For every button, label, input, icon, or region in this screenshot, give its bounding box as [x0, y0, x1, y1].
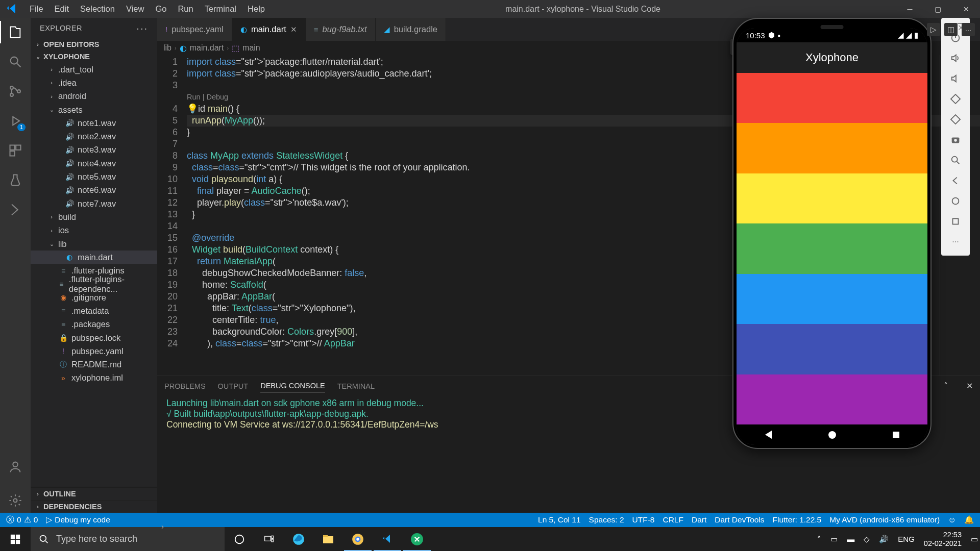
menu-help[interactable]: Help	[242, 2, 270, 16]
panel-tab-output[interactable]: OUTPUT	[218, 380, 249, 392]
editor-tab[interactable]: !pubspec.yaml	[157, 18, 232, 41]
tree-item[interactable]: ›ios	[31, 224, 157, 237]
debug-restart-icon[interactable]: ↺	[846, 41, 857, 53]
window-minimize-button[interactable]: ─	[896, 0, 924, 18]
start-button[interactable]	[0, 527, 31, 551]
status-errors[interactable]: ⓧ 0 ⚠ 0	[6, 515, 38, 525]
status-device[interactable]: My AVD (android-x86 emulator)	[829, 515, 940, 524]
task-cortana-icon[interactable]	[225, 527, 254, 551]
tree-item[interactable]: ≡.flutter-plugins-dependenc...	[31, 278, 157, 291]
emulator-rotate-right-icon[interactable]	[949, 113, 962, 126]
tree-item[interactable]: 🔊note1.wav	[31, 116, 157, 130]
tree-item[interactable]: ⌄assets	[31, 103, 157, 116]
menu-go[interactable]: Go	[150, 2, 172, 16]
emulator-volume-down-icon[interactable]	[949, 72, 962, 85]
activity-account-icon[interactable]	[7, 459, 23, 475]
sidebar-more-icon[interactable]: ···	[136, 22, 148, 34]
task-explorer-icon[interactable]	[313, 527, 343, 551]
panel-close-icon[interactable]: ✕	[966, 381, 973, 391]
emulator-zoom-icon[interactable]	[949, 154, 962, 167]
tree-item[interactable]: ≡.metadata	[31, 304, 157, 317]
tree-item[interactable]: !pubspec.yaml	[31, 344, 157, 358]
breadcrumb[interactable]: lib› ◐ main.dart› ⬚ main ⋮⋮ ❚❚ ↷ ↓ ↑ ⚡ ↺…	[157, 41, 980, 55]
panel-filter-icon[interactable]: ≡	[921, 382, 925, 391]
debug-step-out-icon[interactable]: ↑	[810, 41, 821, 53]
emulator-screenshot-icon[interactable]	[949, 133, 962, 146]
emulator-more-icon[interactable]: ···	[949, 235, 962, 248]
tree-item[interactable]: »xylophone.iml	[31, 371, 157, 385]
run-code-icon[interactable]: ▷	[927, 23, 940, 36]
taskbar-search[interactable]: Type here to search	[31, 527, 225, 551]
tree-item[interactable]: 🔊note4.wav	[31, 157, 157, 170]
tray-meet-icon[interactable]: ▭	[830, 535, 838, 544]
panel-tab-debug-console[interactable]: DEBUG CONSOLE	[260, 380, 325, 392]
status-language[interactable]: Dart	[692, 515, 706, 524]
menu-edit[interactable]: Edit	[50, 2, 74, 16]
tree-item[interactable]: ⌄lib	[31, 237, 157, 251]
menu-terminal[interactable]: Terminal	[200, 2, 241, 16]
task-app-icon[interactable]	[402, 527, 432, 551]
debug-step-into-icon[interactable]: ↓	[791, 41, 802, 53]
activity-settings-icon[interactable]	[7, 492, 23, 509]
tree-item[interactable]: ≡.packages	[31, 318, 157, 331]
tree-item[interactable]: 🔒pubspec.lock	[31, 331, 157, 344]
tab-close-icon[interactable]: ✕	[290, 25, 297, 34]
tree-item[interactable]: 🔊note6.wav	[31, 184, 157, 197]
breadcrumb-footer-chevron[interactable]: ›	[161, 522, 164, 531]
tree-item[interactable]: ›android	[31, 90, 157, 103]
menu-view[interactable]: View	[121, 2, 149, 16]
tree-item[interactable]: ›.dart_tool	[31, 63, 157, 76]
activity-testing-icon[interactable]	[7, 172, 23, 188]
tray-volume-icon[interactable]: 🔊	[879, 535, 889, 544]
activity-search-icon[interactable]	[7, 54, 23, 70]
code-editor[interactable]: 123456789101112131415161718192021222324 …	[157, 55, 980, 375]
task-chrome-icon[interactable]	[343, 527, 373, 551]
tree-item[interactable]: ◐main.dart	[31, 251, 157, 264]
outline-section[interactable]: ›OUTLINE	[31, 487, 157, 500]
tree-item[interactable]: 🔊note5.wav	[31, 170, 157, 183]
status-eol[interactable]: CRLF	[663, 515, 683, 524]
debug-stop-icon[interactable]	[865, 42, 874, 52]
activity-debug-icon[interactable]: 1	[7, 113, 23, 129]
emulator-back-icon[interactable]	[949, 174, 962, 187]
menu-selection[interactable]: Selection	[75, 2, 120, 16]
status-devtools[interactable]: Dart DevTools	[715, 515, 764, 524]
status-cursor[interactable]: Ln 5, Col 11	[538, 515, 581, 524]
tree-item[interactable]: 🔊note3.wav	[31, 143, 157, 157]
emulator-home-icon[interactable]	[949, 194, 962, 208]
split-editor-icon[interactable]: ◫	[944, 23, 958, 36]
debug-inspector-icon[interactable]: 🔍	[881, 41, 892, 53]
tree-item[interactable]: ›.idea	[31, 76, 157, 89]
crumb-folder[interactable]: lib	[163, 43, 172, 53]
tray-chevron-icon[interactable]: ˄	[817, 535, 821, 544]
status-bell-icon[interactable]: 🔔	[964, 515, 974, 524]
activity-scm-icon[interactable]	[7, 83, 23, 99]
debug-drag-handle[interactable]: ⋮⋮	[734, 43, 747, 51]
emulator-rotate-left-icon[interactable]	[949, 92, 962, 106]
tray-wifi-icon[interactable]: ◇	[864, 535, 870, 544]
tree-item[interactable]: 🔊note7.wav	[31, 197, 157, 210]
window-maximize-button[interactable]: ▢	[924, 0, 952, 18]
panel-tab-problems[interactable]: PROBLEMS	[164, 380, 206, 392]
status-flutter[interactable]: Flutter: 1.22.5	[773, 515, 822, 524]
tree-item[interactable]: ›build	[31, 210, 157, 223]
task-view-icon[interactable]	[254, 527, 284, 551]
open-editors-section[interactable]: ›OPEN EDITORS	[31, 38, 157, 51]
debug-toolbar[interactable]: ⋮⋮ ❚❚ ↷ ↓ ↑ ⚡ ↺ 🔍	[730, 39, 896, 55]
debug-console-output[interactable]: Launching lib\main.dart on sdk gphone x8…	[157, 396, 980, 513]
status-feedback-icon[interactable]: ☺	[948, 515, 956, 524]
tree-item[interactable]: 🔊note2.wav	[31, 130, 157, 143]
task-vscode-icon[interactable]	[373, 527, 402, 551]
panel-file-link[interactable]: lib\main.dart:1	[820, 381, 898, 391]
menu-run[interactable]: Run	[173, 2, 198, 16]
debug-pause-icon[interactable]: ❚❚	[754, 41, 766, 53]
crumb-symbol[interactable]: main	[242, 43, 260, 53]
panel-tab-terminal[interactable]: TERMINAL	[337, 380, 375, 392]
menu-file[interactable]: File	[24, 2, 48, 16]
tray-notifications-icon[interactable]: ▭	[971, 535, 978, 544]
crumb-file[interactable]: main.dart	[190, 43, 224, 53]
debug-hot-reload-icon[interactable]: ⚡	[828, 41, 839, 53]
status-debug[interactable]: ▷ Debug my code	[46, 515, 110, 524]
tree-item[interactable]: ⓘREADME.md	[31, 358, 157, 371]
activity-codetogether-icon[interactable]	[7, 202, 23, 218]
